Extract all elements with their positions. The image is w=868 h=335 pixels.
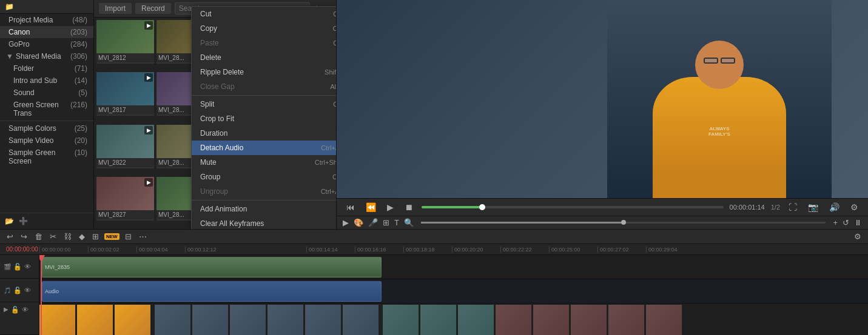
ctx-separator-2 — [192, 200, 337, 201]
preview-panel: ALWAYSFamily's ⏮ ⏪ ▶ ⏹ 00:00:01:14 1/2 ⛶ — [337, 0, 868, 229]
ctx-detach-audio[interactable]: Detach Audio Ctrl+Alt+D — [192, 141, 337, 155]
sidebar-item-intro-sub[interactable]: Intro and Sub (14) — [0, 75, 93, 87]
redo-button[interactable]: ↪ — [19, 231, 29, 242]
ctx-duration[interactable]: Duration — [192, 126, 337, 141]
sidebar-item-sample-colors[interactable]: Sample Colors (25) — [0, 122, 93, 134]
strip-frame[interactable] — [458, 305, 494, 335]
sidebar-item-sound-effect[interactable]: Sound (5) — [0, 87, 93, 99]
delete-clip-button[interactable]: 🗑 — [33, 231, 44, 242]
strip-frame[interactable] — [608, 305, 645, 335]
ctx-clear-keyframes[interactable]: Clear All Keyframes — [192, 216, 337, 229]
time-display: 00:00:01:14 — [730, 204, 765, 211]
timeline-ruler: 00:00:00:00 00:00:00:00 00:00:02:02 00:0… — [0, 244, 868, 255]
strip-frame[interactable] — [533, 305, 570, 335]
strip-frame[interactable] — [230, 305, 266, 335]
ctx-group[interactable]: Group Ctrl+G — [192, 170, 337, 184]
timeline-settings-button[interactable]: ⚙ — [852, 231, 863, 242]
sidebar-item-shared-media[interactable]: ▼ Shared Media (306) — [0, 50, 93, 62]
stop-button[interactable]: ⏹ — [402, 201, 415, 213]
scissors-button[interactable]: ✂ — [48, 231, 58, 242]
split-button[interactable]: ⊟ — [123, 231, 133, 242]
more-button[interactable]: ⋯ — [137, 231, 149, 242]
sidebar-item-sample-video[interactable]: Sample Video (20) — [0, 134, 93, 147]
ctx-copy[interactable]: Copy Ctrl+C — [192, 21, 337, 36]
folder-icon: 📁 — [5, 2, 14, 11]
strip-frame[interactable] — [420, 305, 457, 335]
strip-frame[interactable] — [77, 305, 113, 335]
reset-button[interactable]: ↺ — [843, 218, 849, 227]
strip-frame[interactable] — [646, 305, 682, 335]
lock-main-icon[interactable]: 🔓 — [11, 306, 19, 314]
ctx-crop-to-fit[interactable]: Crop to Fit — [192, 111, 337, 126]
list-item[interactable]: MVI_2812 ▶ — [96, 20, 154, 64]
volume-button[interactable]: 🔊 — [827, 201, 842, 213]
effects-button[interactable]: 🎨 — [354, 218, 363, 227]
sidebar-item-gopro[interactable]: GoPro (284) — [0, 38, 93, 50]
zoom-out-button[interactable]: 🔍 — [404, 218, 414, 227]
eye-main-icon[interactable]: 👁 — [22, 306, 29, 313]
rewind-to-start-button[interactable]: ⏮ — [344, 201, 357, 213]
sidebar-item-canon[interactable]: Canon (203) — [0, 26, 93, 38]
strip-frame[interactable] — [496, 305, 532, 335]
lock-icon[interactable]: 🔓 — [13, 263, 22, 271]
preview-effects-toolbar: ▶ 🎨 🎤 ⊞ T 🔍 + ↺ ⏸ — [337, 216, 868, 229]
strip-frame[interactable] — [192, 305, 229, 335]
sidebar-item-sample-green-screen[interactable]: Sample Green Screen (10) — [0, 147, 93, 167]
ctx-split[interactable]: Split Ctrl+B — [192, 97, 337, 111]
ruler-mark: 00:00:12:12 — [185, 247, 306, 253]
ctx-delete[interactable]: Delete Del — [192, 50, 337, 65]
import-button[interactable]: Import — [99, 3, 132, 14]
strip-frame[interactable] — [155, 305, 191, 335]
sidebar-item-folder[interactable]: Folder (71) — [0, 62, 93, 75]
overlay-button[interactable]: ⊞ — [383, 218, 389, 227]
ctx-ripple-delete[interactable]: Ripple Delete Shift+Del — [192, 65, 337, 79]
chain-button[interactable]: ⛓ — [62, 231, 73, 242]
strip-frame[interactable] — [267, 305, 304, 335]
strip-frame[interactable] — [39, 305, 76, 335]
subtitle-button[interactable]: T — [394, 218, 399, 227]
settings-button[interactable]: ⚙ — [848, 201, 861, 213]
list-item[interactable]: MVI_2827 ▶ — [96, 177, 154, 221]
list-item[interactable]: MVI_2817 ▶ — [96, 72, 154, 116]
zoom-in-button[interactable]: + — [833, 218, 838, 227]
clip-video[interactable]: MVI_2835 — [42, 257, 382, 277]
pause-preview-button[interactable]: ⏸ — [854, 218, 862, 227]
strip-frame[interactable] — [305, 305, 341, 335]
step-back-button[interactable]: ⏪ — [363, 201, 378, 213]
progress-bar[interactable] — [422, 206, 724, 208]
main-container: 📁 Project Media (48/) Canon (203) GoPro … — [0, 0, 868, 335]
strip-frame[interactable] — [383, 305, 419, 335]
ctx-add-animation[interactable]: Add Animation — [192, 202, 337, 216]
record-button[interactable]: Record — [135, 3, 171, 14]
sidebar-item-green-screen-trans[interactable]: Green Screen Trans (216) — [0, 99, 93, 119]
fullscreen-button[interactable]: ⛶ — [786, 201, 799, 213]
undo-button[interactable]: ↩ — [5, 231, 15, 242]
add-icon[interactable]: ➕ — [19, 217, 28, 225]
eye-icon[interactable]: 👁 — [24, 263, 31, 270]
eye-icon-audio[interactable]: 👁 — [24, 287, 31, 294]
snapshot-button[interactable]: 📷 — [806, 201, 821, 213]
ctx-mute[interactable]: Mute Ctrl+Shift+M — [192, 155, 337, 170]
ctx-cut[interactable]: Cut Ctrl+X — [192, 7, 337, 21]
marker-button[interactable]: ◆ — [77, 231, 87, 242]
separator — [0, 121, 93, 121]
audio-button[interactable]: 🎤 — [368, 218, 378, 227]
ctx-close-gap: Close Gap Alt+Del — [192, 79, 337, 94]
ctx-paste: Paste Ctrl+V — [192, 36, 337, 50]
list-item[interactable]: MVI_2822 ▶ — [96, 125, 154, 168]
expand-icon: ▼ — [6, 52, 13, 61]
play-button[interactable]: ▶ — [385, 201, 396, 213]
strip-frame[interactable] — [343, 305, 379, 335]
ruler-mark: 00:00:22:22 — [500, 247, 549, 253]
new-badge: NEW — [104, 233, 119, 240]
lock-icon-audio[interactable]: 🔓 — [13, 287, 22, 294]
clip-audio[interactable]: Audio — [42, 281, 382, 302]
progress-handle[interactable] — [479, 204, 485, 210]
play-original-button[interactable]: ▶ — [343, 218, 349, 227]
strip-frame[interactable] — [115, 305, 151, 335]
add-folder-icon[interactable]: 📂 — [5, 217, 14, 225]
strip-frame[interactable] — [571, 305, 607, 335]
sidebar-item-project-media[interactable]: Project Media (48/) — [0, 14, 93, 26]
trim-button[interactable]: ⊞ — [90, 231, 101, 242]
page-indicator: 1/2 — [771, 204, 780, 211]
